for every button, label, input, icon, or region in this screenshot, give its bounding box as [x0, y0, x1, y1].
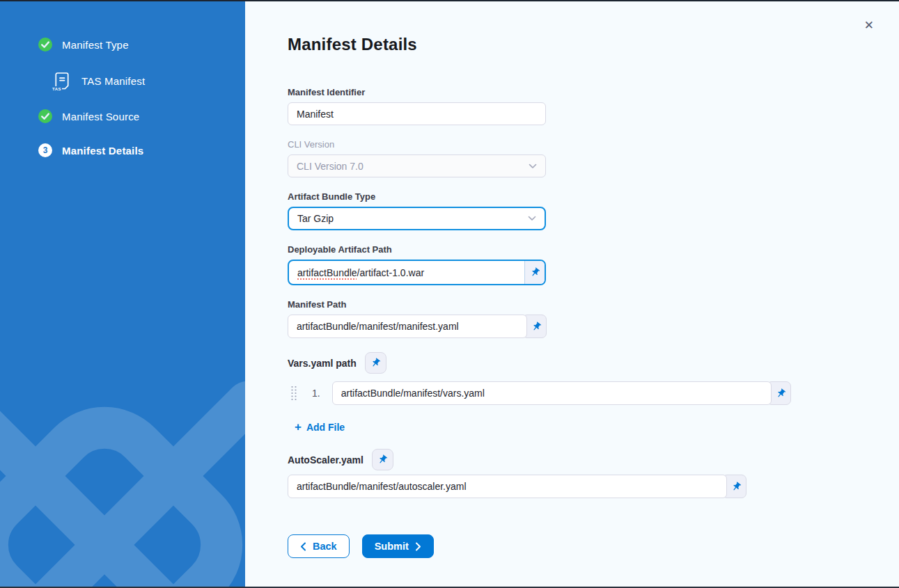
field-manifest-identifier: Manifest Identifier — [288, 87, 899, 125]
check-icon — [38, 38, 52, 51]
cli-version-label: CLI Version — [288, 139, 899, 150]
autoscaler-control — [288, 475, 899, 498]
page-title: Manifest Details — [288, 34, 899, 55]
submit-button-label: Submit — [375, 541, 409, 552]
manifest-details-form: Manifest Identifier CLI Version CLI Vers… — [288, 87, 899, 558]
submit-button[interactable]: Submit — [362, 534, 434, 558]
harness-logo-watermark — [0, 381, 245, 588]
manifest-path-box — [288, 315, 527, 338]
wizard-footer-buttons: Back Submit — [288, 534, 899, 558]
manifest-path-input[interactable] — [297, 321, 518, 332]
wizard-steps: Manifest Type TAS TAS Manifest — [0, 0, 245, 157]
row-index: 1. — [312, 388, 320, 399]
plus-icon: + — [295, 421, 302, 433]
chevron-right-icon — [415, 542, 421, 551]
cli-version-value: CLI Version 7.0 — [297, 161, 363, 172]
step-label: Manifest Details — [62, 145, 143, 157]
add-file-button[interactable]: + Add File — [295, 421, 345, 433]
back-button[interactable]: Back — [288, 534, 350, 558]
tas-file-icon: TAS — [54, 72, 71, 90]
field-cli-version: CLI Version CLI Version 7.0 — [288, 139, 899, 177]
chevron-down-icon — [528, 216, 536, 221]
step-label: Manifest Type — [62, 39, 129, 51]
vars-path-input[interactable] — [341, 388, 763, 399]
artifact-bundle-type-select[interactable]: Tar Gzip — [288, 207, 546, 230]
check-icon — [38, 109, 52, 123]
autoscaler-label-row: AutoScaler.yaml — [288, 449, 899, 470]
artifact-bundle-type-label: Artifact Bundle Type — [288, 191, 899, 202]
autoscaler-path-input[interactable] — [297, 481, 718, 492]
field-artifact-bundle-type: Artifact Bundle Type Tar Gzip — [288, 191, 899, 230]
step-label: Manifest Source — [62, 111, 139, 122]
step-complete-icon — [38, 38, 52, 51]
wizard-modal: Manifest Type TAS TAS Manifest — [0, 0, 899, 588]
deployable-artifact-path-input[interactable]: artifactBundle/artifact-1.0.war — [289, 261, 524, 284]
deployable-artifact-path-control: artifactBundle/artifact-1.0.war — [288, 260, 546, 285]
vars-yaml-label: Vars.yaml path — [288, 358, 357, 369]
vars-yaml-label-row: Vars.yaml path — [288, 352, 899, 374]
back-button-label: Back — [313, 541, 337, 552]
field-manifest-path: Manifest Path — [288, 299, 899, 338]
manifest-details-panel: ✕ Manifest Details Manifest Identifier C… — [245, 0, 899, 588]
section-autoscaler-yaml: AutoScaler.yaml — [288, 449, 899, 498]
vars-path-box — [332, 381, 772, 405]
manifest-identifier-control — [288, 102, 546, 125]
vars-file-row: 1. — [288, 381, 899, 405]
add-file-label: Add File — [306, 422, 345, 433]
step-number-badge: 3 — [38, 143, 52, 157]
manifest-path-label: Manifest Path — [288, 299, 899, 310]
autoscaler-path-box — [288, 475, 727, 498]
section-vars-yaml: Vars.yaml path — [288, 352, 899, 434]
chevron-down-icon — [529, 164, 537, 169]
wizard-sidebar: Manifest Type TAS TAS Manifest — [0, 0, 245, 588]
sidebar-substep-tas-manifest: TAS TAS Manifest — [54, 72, 245, 90]
pin-icon[interactable] — [524, 261, 545, 284]
autoscaler-label: AutoScaler.yaml — [288, 454, 363, 466]
manifest-path-control — [288, 315, 899, 338]
sidebar-step-manifest-source[interactable]: Manifest Source — [38, 109, 245, 123]
field-deployable-artifact-path: Deployable Artifact Path artifactBundle/… — [288, 244, 899, 285]
cli-version-select: CLI Version 7.0 — [288, 154, 546, 177]
chevron-left-icon — [300, 542, 306, 551]
sidebar-step-manifest-details[interactable]: 3 Manifest Details — [38, 143, 245, 157]
manifest-identifier-input[interactable] — [297, 109, 537, 120]
drag-handle-icon[interactable] — [290, 386, 297, 401]
pin-icon[interactable] — [365, 352, 386, 374]
sidebar-step-manifest-type[interactable]: Manifest Type — [38, 38, 245, 51]
pin-icon[interactable] — [372, 449, 393, 470]
path-rest: /artifact-1.0.war — [357, 267, 424, 278]
deployable-artifact-path-label: Deployable Artifact Path — [288, 244, 899, 255]
close-icon[interactable]: ✕ — [864, 19, 874, 31]
artifact-bundle-type-value: Tar Gzip — [297, 213, 334, 224]
tas-icon-label: TAS — [52, 86, 62, 91]
misspelled-word: artifactBundle — [297, 267, 357, 278]
step-complete-icon — [38, 109, 52, 123]
substep-label: TAS Manifest — [81, 75, 145, 87]
manifest-identifier-label: Manifest Identifier — [288, 87, 899, 98]
